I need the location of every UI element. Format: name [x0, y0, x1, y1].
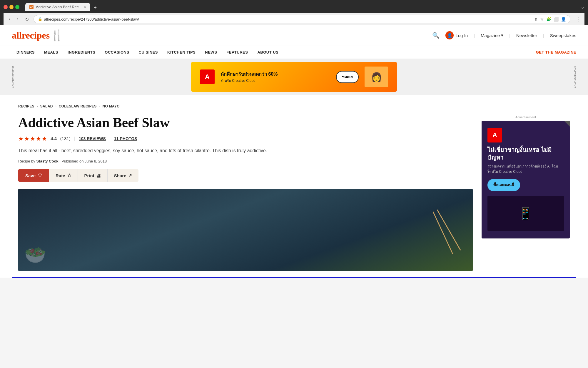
sidebar-ad-cta-button[interactable]: ซื้อเลยตอนนี้ [487, 179, 520, 191]
close-button[interactable] [4, 5, 8, 9]
breadcrumb-salad[interactable]: SALAD [40, 104, 53, 108]
save-button[interactable]: Save ♡ [18, 169, 49, 182]
site-logo[interactable]: allrecipes🍴 [12, 29, 64, 42]
star-rating[interactable]: ★ ★ ★ ★ ★ [18, 135, 47, 142]
recipe-description: This meal has it all - beef, shredded ve… [18, 147, 473, 155]
get-magazine-cta[interactable]: GET THE MAGAZINE [536, 50, 576, 54]
breadcrumb-no-mayo[interactable]: NO MAYO [102, 104, 119, 108]
maximize-button[interactable] [15, 5, 19, 9]
breadcrumb-recipes[interactable]: RECIPES [18, 104, 34, 108]
food-decoration: 🥗 [24, 244, 46, 265]
new-tab-button[interactable]: + [92, 5, 99, 11]
star-1: ★ [18, 135, 24, 142]
reviews-link[interactable]: 103 REVIEWS [79, 136, 106, 141]
logo-spoon: 🍴 [50, 29, 64, 42]
sidebar-icon[interactable]: ⬜ [554, 17, 559, 21]
rating-row: ★ ★ ★ ★ ★ 4.4 (131) | 103 REVIEWS | 11 P… [18, 135, 473, 142]
tab-close-button[interactable]: × [84, 5, 86, 9]
login-avatar-icon: 👤 [445, 31, 454, 39]
nav-item-meals[interactable]: MEALS [39, 46, 63, 59]
nav-item-features[interactable]: FEATURES [222, 46, 253, 59]
share-label: Share [114, 173, 126, 178]
tab-favicon: ar [29, 5, 34, 9]
sidebar-ad-body: สร้างผลงานเหนือจินตนาการด้วยพีเจอร์ AI โ… [487, 164, 564, 174]
breadcrumb: RECIPES › SALAD › COLESLAW RECIPES › NO … [18, 104, 570, 108]
logo-text: allrecipes [12, 30, 50, 41]
print-label: Print [84, 173, 94, 178]
share-button[interactable]: Share ↗ [107, 169, 139, 182]
rate-star-icon: ☆ [67, 173, 71, 178]
print-button[interactable]: Print 🖨 [78, 169, 107, 182]
browser-more-button[interactable]: ⋮ [576, 16, 581, 22]
magazine-dropdown[interactable]: Magazine ▾ [481, 33, 503, 38]
minimize-button[interactable] [9, 5, 14, 9]
avatar-icon: 👤 [447, 33, 452, 38]
share-icon[interactable]: ⬆ [534, 17, 538, 21]
nav-item-ingredients[interactable]: INGREDIENTS [63, 46, 100, 59]
breadcrumb-sep-3: › [99, 104, 100, 108]
rating-count: (131) [60, 136, 71, 141]
sidebar-ad-box[interactable]: A ไม่เชี่ยวชาญงั้นเหรอ ไม่มีปัญหา สร้างผ… [482, 121, 570, 238]
star-4: ★ [36, 135, 41, 142]
expand-icon[interactable]: ⌄ [581, 4, 584, 9]
profile-icon[interactable]: 👤 [561, 17, 566, 21]
search-icon[interactable]: 🔍 [432, 32, 440, 39]
tab-bar: ar Addictive Asian Beef Rec... × + [25, 3, 98, 11]
recipe-author-prefix: Recipe by [18, 159, 35, 163]
ad-headline: นักศึกษารับส่วนลดกว่า 60% [220, 70, 330, 78]
rate-label: Rate [56, 173, 65, 178]
save-heart-icon: ♡ [38, 173, 42, 178]
sidebar-ad-headline: ไม่เชี่ยวชาญงั้นเหรอ ไม่มีปัญหา [487, 146, 564, 161]
newsletter-link[interactable]: Newsletter [516, 33, 537, 38]
ad-subheadline: สำหรับ Creative Cloud [220, 78, 330, 83]
sidebar-ad-device-image: 📱 [518, 207, 533, 221]
sidebar-adobe-logo: A [487, 128, 502, 142]
forward-button[interactable]: › [15, 16, 20, 22]
site-nav: DINNERS MEALS INGREDIENTS OCCASIONS CUIS… [0, 46, 588, 59]
browser-controls: ar Addictive Asian Beef Rec... × + ⌄ [4, 3, 584, 11]
sidebar-ad: Advertisement A ไม่เชี่ยวชาญงั้นเหรอ ไม่… [482, 115, 570, 238]
address-bar-row: ‹ › ↻ 🔒 allrecipes.com/recipe/247300/add… [4, 13, 584, 25]
recipe-meta: Recipe by Stasty Cook | Published on Jun… [18, 159, 473, 163]
bookmark-icon[interactable]: ☆ [540, 17, 544, 21]
recipe-area: Addictive Asian Beef Slaw ★ ★ ★ ★ ★ 4.4 … [18, 115, 570, 271]
close-corner[interactable] [564, 121, 570, 127]
main-wrapper: RECIPES › SALAD › COLESLAW RECIPES › NO … [0, 98, 588, 278]
lock-icon: 🔒 [38, 17, 42, 21]
nav-item-occasions[interactable]: OCCASIONS [100, 46, 134, 59]
ad-label-right: Advertisement [573, 66, 576, 88]
ad-inner[interactable]: A นักศึกษารับส่วนลดกว่า 60% สำหรับ Creat… [191, 62, 397, 92]
sidebar-ad-label: Advertisement [482, 115, 570, 119]
address-text: allrecipes.com/recipe/247300/addictive-a… [44, 17, 532, 21]
nav-item-news[interactable]: NEWS [200, 46, 222, 59]
magazine-label: Magazine [481, 33, 500, 38]
recipe-title: Addictive Asian Beef Slaw [18, 115, 473, 130]
breadcrumb-sep-2: › [55, 104, 56, 108]
nav-item-kitchen-tips[interactable]: KITCHEN TIPS [163, 46, 200, 59]
breadcrumb-coleslaw[interactable]: COLESLAW RECIPES [59, 104, 97, 108]
ad-cta-button[interactable]: ขอเลย [336, 71, 359, 83]
magazine-arrow: ▾ [501, 33, 503, 38]
star-3: ★ [30, 135, 35, 142]
sweepstakes-link[interactable]: Sweepstakes [550, 33, 576, 38]
recipe-author-link[interactable]: Stasty Cook [36, 159, 58, 163]
refresh-button[interactable]: ↻ [23, 16, 31, 23]
nav-item-dinners[interactable]: DINNERS [12, 46, 39, 59]
recipe-left: Addictive Asian Beef Slaw ★ ★ ★ ★ ★ 4.4 … [18, 115, 473, 271]
login-button[interactable]: 👤 Log In [445, 31, 468, 39]
nav-item-about-us[interactable]: ABOUT US [253, 46, 283, 59]
back-button[interactable]: ‹ [7, 16, 12, 22]
nav-item-cuisines[interactable]: CUISINES [134, 46, 163, 59]
photos-link[interactable]: 11 PHOTOS [114, 136, 137, 141]
traffic-lights [4, 5, 19, 9]
content-area: RECIPES › SALAD › COLESLAW RECIPES › NO … [12, 98, 576, 278]
active-tab[interactable]: ar Addictive Asian Beef Rec... × [25, 3, 90, 11]
ad-person-image: 👩 [365, 67, 388, 87]
nav-links: DINNERS MEALS INGREDIENTS OCCASIONS CUIS… [12, 46, 283, 59]
recipe-image[interactable]: 🥗 [18, 189, 473, 271]
address-bar[interactable]: 🔒 allrecipes.com/recipe/247300/addictive… [34, 15, 570, 23]
site-header: allrecipes🍴 🔍 👤 Log In | Magazine ▾ | Ne… [0, 25, 588, 46]
extension-icon[interactable]: 🧩 [546, 17, 551, 21]
rate-button[interactable]: Rate ☆ [49, 169, 78, 182]
ad-label-left: Advertisement [12, 66, 15, 88]
